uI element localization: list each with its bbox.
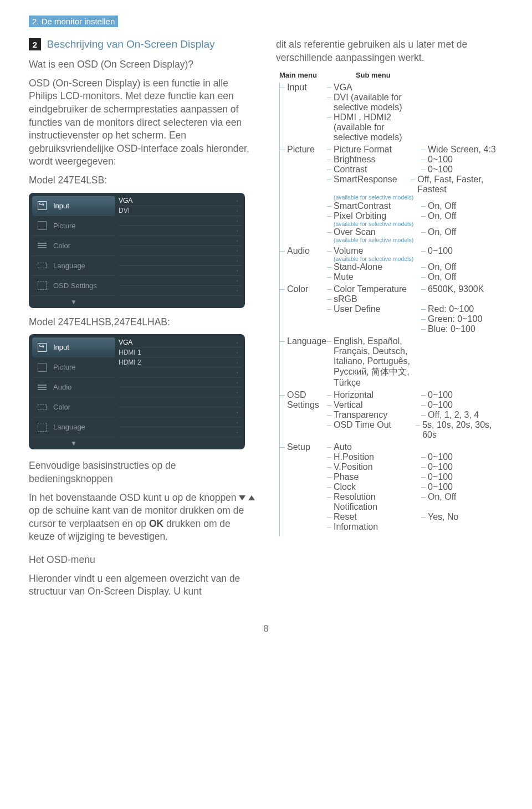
tree-sub-value: Blue: 0~100	[420, 324, 475, 334]
tree-sub-label: Clock	[326, 482, 420, 492]
tree-sub-label: User Define	[326, 304, 420, 314]
osd-menu-item[interactable]: Color	[32, 236, 115, 256]
osd-menu-item[interactable]: Input	[32, 337, 115, 357]
tree-head-main: Main menu	[279, 71, 317, 79]
tree-sub-label: Information	[326, 522, 420, 532]
basis-text: In het bovenstaande OSD kunt u op de kno…	[29, 491, 256, 544]
tree-main-item: Input	[276, 83, 326, 142]
left-column: 2 Beschrijving van On-Screen Display Wat…	[29, 35, 256, 604]
reference-text: dit als referentie gebruiken als u later…	[276, 38, 503, 64]
tree-sub-label: SmartResponse	[326, 175, 410, 185]
down-arrow-icon	[239, 495, 245, 500]
osd-menu-text: Hieronder vindt u een algemeen overzicht…	[29, 572, 256, 598]
up-arrow-icon	[248, 495, 255, 500]
osd-option-row	[119, 407, 242, 417]
osd-menu-heading: Het OSD-menu	[29, 554, 256, 567]
tree-sub-label: V.Position	[326, 462, 420, 472]
tree-sub-value: Off, Fast, Faster, Fastest	[410, 175, 503, 194]
osd-option-row[interactable]: HDMI 2	[119, 357, 242, 367]
osd-option-row[interactable]: VGA	[119, 337, 242, 347]
osd-tree: InputVGADVI (available for selective mod…	[276, 83, 503, 536]
osd-down-arrow[interactable]: ▼	[32, 437, 115, 447]
osd-menu-icon	[37, 280, 48, 291]
osd-menu-item[interactable]: Picture	[32, 357, 115, 377]
osd-option-row	[119, 276, 242, 286]
tree-sub-value: On, Off	[420, 201, 456, 211]
tree-sub-value: 0~100	[420, 452, 453, 462]
tree-sub-label: Color Temperature	[326, 284, 420, 294]
osd-option-row[interactable]: DVI	[119, 206, 242, 216]
osd-menu-icon	[37, 240, 48, 251]
tree-sub-label: Contrast	[326, 165, 420, 175]
osd-menu-item[interactable]: Input	[32, 196, 115, 216]
tree-sub-label: Stand-Alone	[326, 262, 420, 272]
tree-sub-label: Picture Format	[326, 145, 420, 155]
osd-option-row[interactable]: HDMI 1	[119, 347, 242, 357]
tree-sub-note: (available for selective models)	[326, 237, 503, 244]
tree-sub-value: 0~100	[420, 400, 453, 410]
tree-sub-value: Green: 0~100	[420, 314, 482, 324]
tree-sub-value: On, Off	[420, 272, 456, 282]
tree-main-item: Color	[276, 284, 326, 334]
osd-option-row	[119, 246, 242, 256]
tree-sub-label: Phase	[326, 472, 420, 482]
osd-menu-label: Language	[53, 423, 85, 431]
osd-option-row	[119, 256, 242, 266]
osd-option-row	[119, 236, 242, 246]
osd-menu-icon	[37, 220, 48, 231]
tree-sub-label: Transparency	[326, 410, 420, 420]
osd-panel-b: InputPictureAudioColorLanguage▼ VGAHDMI …	[29, 334, 245, 449]
osd-menu-item[interactable]: Color	[32, 397, 115, 417]
tree-sub-label: HDMI , HDMI2 (available for selective mo…	[326, 112, 420, 142]
tree-sub-value: 0~100	[420, 246, 453, 256]
section-title: Beschrijving van On-Screen Display	[47, 38, 214, 50]
osd-menu-label: Picture	[53, 222, 75, 230]
osd-menu-label: Input	[53, 202, 69, 210]
tree-main-item: Language	[276, 336, 326, 388]
tree-sub-label: VGA	[326, 83, 420, 93]
osd-menu-item[interactable]: Language	[32, 256, 115, 276]
paragraph-intro: OSD (On-Screen Display) is een functie i…	[29, 77, 256, 168]
tree-sub-label: English, Español, Français, Deutsch, Ita…	[326, 336, 420, 388]
tree-sub-label: SmartContrast	[326, 201, 420, 211]
osd-menu-icon	[37, 402, 48, 413]
model-a-label: Model 247E4LSB:	[29, 174, 256, 187]
tree-sub-note: (available for selective models)	[326, 194, 503, 201]
tree-main-item: Audio	[276, 246, 326, 283]
tree-sub-note: (available for selective models)	[326, 221, 503, 228]
tree-sub-value: 0~100	[420, 482, 453, 492]
osd-menu-item[interactable]: OSD Settings	[32, 276, 115, 296]
osd-menu-item[interactable]: Language	[32, 417, 115, 437]
osd-menu-label: OSD Settings	[53, 281, 97, 290]
osd-option-row[interactable]: VGA	[119, 196, 242, 206]
tree-sub-label: Auto	[326, 442, 420, 452]
osd-menu-item[interactable]: Audio	[32, 377, 115, 397]
osd-option-row	[119, 417, 242, 427]
osd-menu-icon	[37, 342, 48, 353]
tree-sub-label: Resolution Notification	[326, 492, 420, 512]
tree-sub-value: 0~100	[420, 155, 453, 165]
tree-sub-value: 0~100	[420, 472, 453, 482]
tree-sub-label: DVI (available for selective models)	[326, 93, 420, 112]
right-column: dit als referentie gebruiken als u later…	[276, 35, 503, 604]
tree-sub-label: OSD Time Out	[326, 420, 415, 430]
osd-down-arrow[interactable]: ▼	[32, 296, 115, 306]
tree-sub-label: Mute	[326, 272, 420, 282]
tree-sub-label: Brightness	[326, 155, 420, 165]
tree-main-item: Picture	[276, 145, 326, 244]
question-heading: Wat is een OSD (On Screen Display)?	[29, 58, 256, 71]
tree-sub-label: Volume	[326, 246, 420, 256]
tree-sub-value: 0~100	[420, 462, 453, 472]
osd-option-row	[119, 397, 242, 407]
tree-sub-note: (available for selective models)	[326, 256, 503, 263]
tree-sub-value: 0~100	[420, 165, 453, 175]
osd-option-row	[119, 266, 242, 276]
tree-sub-value: On, Off	[420, 227, 456, 237]
osd-menu-item[interactable]: Picture	[32, 216, 115, 236]
osd-option-row	[119, 226, 242, 236]
tree-sub-value: On, Off	[420, 262, 456, 272]
tree-sub-value: Wide Screen, 4:3	[420, 145, 496, 155]
osd-option-row	[119, 377, 242, 387]
breadcrumb: 2. De monitor instellen	[29, 16, 118, 27]
osd-menu-icon	[37, 260, 48, 271]
